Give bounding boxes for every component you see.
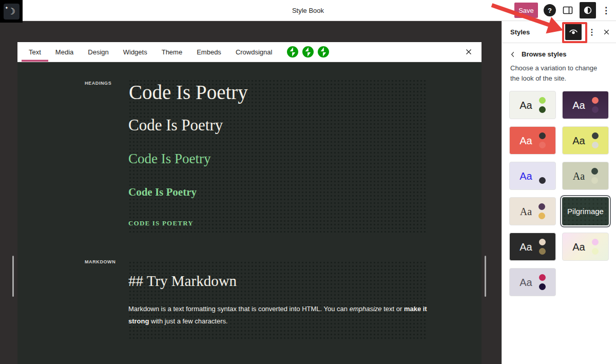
style-variation-pilgrimage-selected[interactable]: Pilgrimage <box>562 197 609 225</box>
heading-h1-sample[interactable]: Code Is Poetry <box>128 81 428 104</box>
style-variation-chartreuse[interactable]: Aa <box>562 126 609 155</box>
color-dot <box>591 168 598 175</box>
style-variation-pastel-gradient[interactable]: Aa <box>562 233 609 261</box>
color-dot <box>539 142 546 148</box>
color-dot <box>592 248 599 255</box>
variation-color-dots <box>539 132 546 148</box>
style-book-canvas: Text Media Design Widgets Theme Embeds C… <box>17 42 482 364</box>
style-variation-charcoal[interactable]: Aa <box>509 233 556 261</box>
variation-color-dots <box>539 239 546 255</box>
variation-preview-text: Aa <box>572 242 585 252</box>
variation-preview-text: Aa <box>572 100 585 110</box>
variation-description: Choose a variation to change the look of… <box>502 62 616 84</box>
variation-color-dots <box>592 239 599 255</box>
variation-preview-text: Aa <box>573 171 585 181</box>
browse-styles-row[interactable]: Browse styles <box>502 43 616 62</box>
browse-styles-label: Browse styles <box>522 50 566 58</box>
top-toolbar: Style Book Save ? ⋮ <box>0 0 616 21</box>
jetpack-icon[interactable] <box>302 46 314 58</box>
site-icon: ✦ ☽ <box>4 4 20 20</box>
markdown-heading-sample[interactable]: ## Try Markdown <box>128 272 428 290</box>
moon-icon: ☽ <box>7 6 15 17</box>
styles-options-icon[interactable]: ⋮ <box>588 27 596 37</box>
heading-h2-sample[interactable]: Code Is Poetry <box>128 116 428 135</box>
color-dot <box>538 203 545 210</box>
style-variation-lilac-crimson[interactable]: Aa <box>509 268 556 296</box>
color-dot <box>539 274 546 281</box>
chevron-left-icon[interactable] <box>509 51 516 58</box>
styles-panel-actions: ⋮ <box>565 24 611 40</box>
sidebar-toggle-icon[interactable] <box>562 4 574 16</box>
tab-media[interactable]: Media <box>48 42 81 62</box>
style-variation-coral-red[interactable]: Aa <box>509 126 556 155</box>
style-book-tabbar: Text Media Design Widgets Theme Embeds C… <box>17 42 482 62</box>
close-sidebar-icon[interactable] <box>602 28 611 36</box>
tab-design[interactable]: Design <box>81 42 116 62</box>
variation-preview-text: Aa <box>519 242 532 252</box>
jetpack-icon[interactable] <box>286 46 299 58</box>
markdown-emphasis-text: emphasize <box>350 305 382 313</box>
toolbar-actions: Save ? ⋮ <box>514 0 616 21</box>
heading-h5-sample[interactable]: CODE IS POETRY <box>128 219 428 228</box>
color-dot <box>592 142 599 148</box>
variation-color-dots <box>591 168 598 184</box>
style-book-preview: HEADINGS Code Is Poetry Code Is Poetry C… <box>17 62 482 364</box>
section-label-markdown: MARKDOWN <box>85 259 116 264</box>
left-scrollbar-thumb[interactable] <box>12 256 14 297</box>
style-variation-pale-green[interactable]: Aa <box>509 91 556 119</box>
save-button[interactable]: Save <box>514 3 538 18</box>
variation-label: Pilgrimage <box>567 207 604 216</box>
style-book-eye-icon[interactable] <box>565 24 582 40</box>
tab-theme[interactable]: Theme <box>155 42 189 62</box>
editor-area: Text Media Design Widgets Theme Embeds C… <box>0 21 502 364</box>
variation-color-dots <box>539 97 546 113</box>
variation-preview-text: Aa <box>519 136 532 146</box>
variation-preview-text: Aa <box>519 277 532 288</box>
markdown-text: with just a few characters. <box>149 317 227 325</box>
variation-color-dots <box>539 274 546 290</box>
color-dot <box>539 132 546 139</box>
style-variation-cream[interactable]: Aa <box>509 197 556 225</box>
color-dot <box>591 177 598 184</box>
variation-color-dots <box>592 132 599 148</box>
tab-text[interactable]: Text <box>22 42 48 62</box>
jetpack-icon[interactable] <box>317 46 330 58</box>
style-variation-sage[interactable]: Aa <box>562 162 609 190</box>
close-inserter-icon[interactable] <box>464 42 473 62</box>
style-variation-dark-purple[interactable]: Aa <box>562 91 609 119</box>
variation-preview-text: Aa <box>520 206 532 217</box>
heading-h4-sample[interactable]: Code Is Poetry <box>128 185 428 199</box>
right-scrollbar-thumb[interactable] <box>485 256 486 297</box>
markdown-preview-block[interactable]: ## Try Markdown Markdown is a text forma… <box>128 261 428 340</box>
tab-widgets[interactable]: Widgets <box>116 42 155 62</box>
color-dot <box>539 97 546 104</box>
color-dot <box>592 97 599 104</box>
color-dot <box>592 132 599 139</box>
variation-color-dots <box>592 97 599 113</box>
markdown-text: Markdown is a text formatting syntax tha… <box>128 305 350 313</box>
tab-crowdsignal[interactable]: Crowdsignal <box>228 42 280 62</box>
tab-embeds[interactable]: Embeds <box>189 42 228 62</box>
site-logo-button[interactable]: ✦ ☽ <box>0 0 23 23</box>
variation-color-dots <box>538 203 545 219</box>
heading-h3-sample[interactable]: Code Is Poetry <box>128 150 428 167</box>
variation-preview-text: Aa <box>519 171 532 181</box>
styles-contrast-icon[interactable] <box>580 2 596 18</box>
styles-sidebar: Styles ⋮ Browse styles Choose a variatio… <box>502 21 616 364</box>
color-dot <box>539 239 546 245</box>
variation-preview-text: Aa <box>519 100 532 110</box>
markdown-paragraph-sample[interactable]: Markdown is a text formatting syntax tha… <box>128 303 428 328</box>
sparkle-icon: ✦ <box>5 6 9 10</box>
help-icon[interactable]: ? <box>544 4 556 16</box>
style-variation-lavender-blue[interactable]: Aa <box>509 162 556 190</box>
color-dot <box>538 213 545 219</box>
jetpack-tab-icons <box>286 42 330 62</box>
headings-preview-block[interactable]: Code Is Poetry Code Is Poetry Code Is Po… <box>128 79 428 233</box>
variation-preview-text: Aa <box>572 136 585 146</box>
styles-panel-header: Styles ⋮ <box>502 21 616 43</box>
color-dot <box>539 248 546 255</box>
options-menu-icon[interactable]: ⋮ <box>602 5 610 16</box>
color-dot <box>592 239 599 245</box>
markdown-text: text or <box>382 305 404 313</box>
color-dot <box>539 283 546 290</box>
